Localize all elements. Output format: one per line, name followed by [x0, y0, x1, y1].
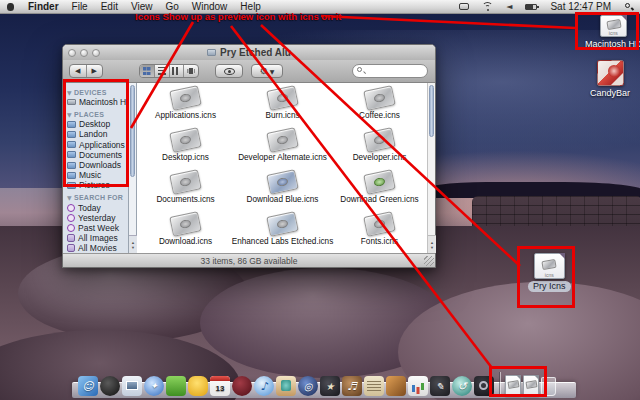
clock-icon [67, 224, 75, 232]
menu-edit[interactable]: Edit [101, 1, 118, 12]
dock-notes-card-app-icon[interactable] [364, 376, 384, 396]
sidebar-item-all-images[interactable]: All Images [67, 233, 128, 243]
sidebar-scrollbar[interactable]: ▲▼ [129, 83, 137, 253]
action-button[interactable]: ⚙ ▼ [251, 64, 283, 78]
icns-thumbnail [363, 211, 396, 237]
file-applications-icns[interactable]: Applications.icns [137, 85, 234, 127]
icns-thumbnail [169, 211, 202, 237]
search-field[interactable] [352, 64, 428, 78]
search-input[interactable] [366, 66, 423, 77]
icns-thumbnail [363, 127, 396, 153]
file-name: Documents.icns [156, 195, 214, 204]
file-name: Desktop.icns [162, 153, 209, 162]
file-download-green-icns[interactable]: Download Green.icns [331, 169, 428, 211]
window-status-bar: 33 items, 86 GB available [63, 253, 435, 267]
minimize-button[interactable] [80, 49, 88, 57]
file-name: Download Blue.icns [247, 195, 319, 204]
forward-button[interactable]: ▶ [87, 65, 103, 77]
dock-ical-icon[interactable]: 13 [210, 376, 230, 396]
zoom-button[interactable] [92, 49, 100, 57]
list-view-button[interactable] [155, 65, 170, 77]
file-name: Burn.icns [265, 111, 299, 120]
annotation-box-macintosh-hd [575, 12, 639, 50]
file-grid: Applications.icns Burn.icns Coffee.icns … [137, 85, 429, 253]
dock-chart-app-icon[interactable] [408, 376, 428, 396]
gear-icon: ⚙ [260, 65, 268, 77]
close-button[interactable] [68, 49, 76, 57]
file-fonts-icns[interactable]: Fonts.icns [331, 211, 428, 253]
window-titlebar[interactable] [63, 45, 435, 60]
column-view-button[interactable] [170, 65, 185, 77]
icns-thumbnail [363, 169, 396, 195]
icns-thumbnail [266, 127, 299, 153]
dock-finder-icon[interactable]: ☺ [78, 376, 98, 396]
spotlight-icon[interactable] [624, 2, 634, 12]
file-developer-icns[interactable]: Developer.icns [331, 127, 428, 169]
window-scrollbar[interactable]: ▲▼ [427, 83, 435, 253]
icon-view-button[interactable] [140, 65, 155, 77]
resize-grip[interactable] [424, 256, 434, 266]
displays-menu-icon[interactable] [459, 3, 469, 10]
file-name: Coffee.icns [359, 111, 400, 120]
dock-preview-app-icon[interactable] [122, 376, 142, 396]
window-scrollbar-thumb[interactable] [429, 85, 434, 137]
sidebar-item-all-movies[interactable]: All Movies [67, 243, 128, 253]
file-download-blue-icns[interactable]: Download Blue.icns [234, 169, 331, 211]
file-burn-icns[interactable]: Burn.icns [234, 85, 331, 127]
dock-itunes-icon[interactable]: ♪ [254, 376, 274, 396]
icns-thumbnail [266, 211, 299, 237]
icns-thumbnail [169, 127, 202, 153]
dock-time-machine-icon[interactable]: ↺ [452, 376, 472, 396]
dock-garageband-icon[interactable]: ♬ [342, 376, 362, 396]
sidebar-item-yesterday[interactable]: Yesterday [67, 213, 128, 223]
quick-look-button[interactable] [215, 64, 243, 78]
candybar-app-icon [597, 60, 624, 86]
clock-icon [67, 204, 75, 212]
dock-adium-icon[interactable] [166, 376, 186, 396]
sidebar-scrollbar-thumb[interactable] [130, 85, 135, 177]
annotation-box-dock-documents [489, 366, 547, 397]
volume-menu-icon[interactable]: ◄ [506, 2, 512, 11]
file-enhanced-labs-etched-icns[interactable]: Enhanced Labs Etched.icns [234, 211, 331, 253]
dock-iphoto-icon[interactable] [276, 376, 296, 396]
file-download-icns[interactable]: Download.icns [137, 211, 234, 253]
apple-menu-icon[interactable] [6, 2, 15, 12]
desktop: Finder File Edit View Go Window Help ◄ S… [0, 0, 640, 400]
file-desktop-icns[interactable]: Desktop.icns [137, 127, 234, 169]
file-coffee-icns[interactable]: Coffee.icns [331, 85, 428, 127]
dock-safari-icon[interactable]: ✦ [144, 376, 164, 396]
menu-clock[interactable]: Sat 12:47 PM [550, 1, 611, 12]
window-scrollbar-arrows[interactable]: ▲▼ [428, 235, 436, 253]
file-documents-icns[interactable]: Documents.icns [137, 169, 234, 211]
sidebar-header-search-for[interactable]: ▼SEARCH FOR [67, 193, 128, 203]
sidebar-item-today[interactable]: Today [67, 203, 128, 213]
file-name: Enhanced Labs Etched.icns [232, 237, 334, 246]
chevron-down-icon: ▼ [270, 68, 275, 75]
wifi-menu-icon[interactable] [482, 2, 493, 11]
icns-thumbnail [169, 85, 202, 111]
annotation-box-pry-icns [517, 246, 575, 308]
desktop-icon-label: CandyBar [590, 88, 630, 98]
desktop-icon-candybar[interactable]: CandyBar [590, 60, 630, 98]
sidebar-item-past-week[interactable]: Past Week [67, 223, 128, 233]
dock-cyberduck-icon[interactable] [188, 376, 208, 396]
smart-folder-icon [67, 244, 75, 252]
annotation-box-sidebar [63, 79, 129, 187]
dock-pen-app-icon[interactable]: ✎ [430, 376, 450, 396]
coverflow-view-button[interactable] [184, 65, 198, 77]
dock-dvd-player-icon[interactable]: ◎ [298, 376, 318, 396]
file-developer-alternate-icns[interactable]: Developer Alternate.icns [234, 127, 331, 169]
file-name: Developer Alternate.icns [238, 153, 327, 162]
dock-star-badge-app-icon[interactable]: ★ [320, 376, 340, 396]
sidebar-scrollbar-arrows[interactable]: ▲▼ [129, 235, 137, 253]
menu-finder[interactable]: Finder [28, 1, 59, 12]
menu-file[interactable]: File [72, 1, 88, 12]
dock-lamp-app-icon[interactable] [386, 376, 406, 396]
dock-red-utility-icon[interactable] [232, 376, 252, 396]
battery-menu-icon[interactable] [525, 4, 537, 10]
annotation-text: Icons Show up as preview icon with icns … [135, 11, 341, 22]
eye-icon [224, 68, 235, 75]
back-button[interactable]: ◀ [70, 65, 86, 77]
file-name: Download.icns [159, 237, 212, 246]
dock-dark-disc-app-icon[interactable] [100, 376, 120, 396]
